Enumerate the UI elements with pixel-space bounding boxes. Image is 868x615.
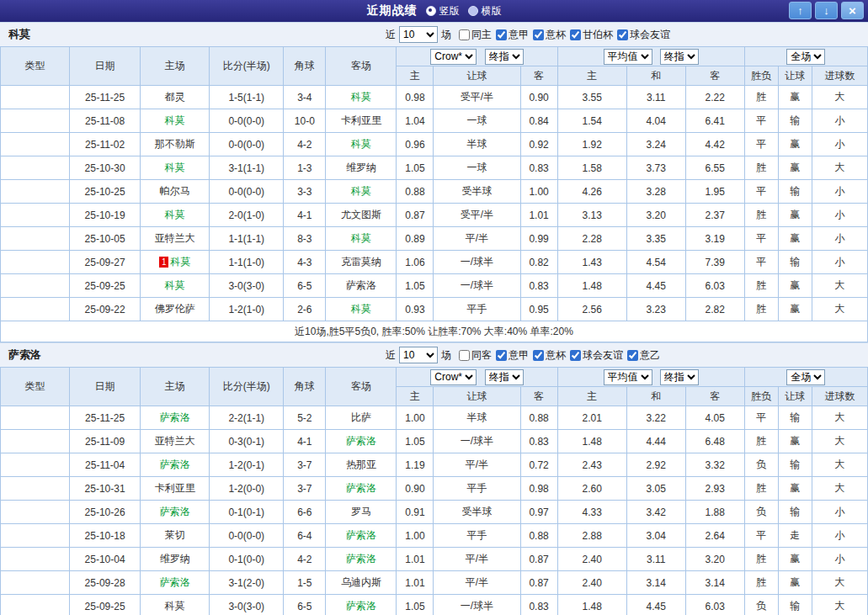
odds-source-select[interactable]: Crow* — [430, 369, 477, 385]
handicap-away-odds: 0.99 — [520, 227, 557, 251]
filter-checkbox[interactable]: 同客 — [459, 348, 492, 363]
close-button[interactable]: × — [841, 2, 864, 19]
section-header: 科莫 近 10 场 同主 意甲 意杯 甘伯杯 球会友谊 — [0, 22, 868, 46]
checkbox-input[interactable] — [627, 350, 638, 361]
handicap-away-odds: 0.87 — [520, 571, 557, 595]
handicap-home-odds: 0.96 — [397, 133, 434, 156]
away-team-name: 克雷莫纳 — [341, 256, 381, 268]
match-row: 意甲 25-10-30 科莫 3-1(1-1) 1-3 维罗纳 1.05 一球 … — [1, 156, 868, 180]
odds-time-select[interactable]: 终指 — [485, 49, 524, 65]
date-cell: 25-09-25 — [70, 274, 141, 298]
col-odds-home: 主 — [397, 387, 434, 406]
checkbox-input[interactable] — [570, 350, 581, 361]
avg-away-odds: 6.41 — [685, 109, 744, 133]
scope-select[interactable]: 全场 — [786, 369, 825, 385]
filter-checkbox[interactable]: 球会友谊 — [617, 28, 670, 42]
league-cell: 意甲 — [1, 477, 70, 501]
avg-home-odds: 2.01 — [557, 406, 626, 430]
avg-away-odds: 3.19 — [685, 227, 744, 251]
result-goals: 小 — [812, 180, 867, 204]
move-up-button[interactable]: ↑ — [789, 2, 812, 19]
home-team-cell: 都灵 — [141, 86, 210, 109]
league-cell: 意甲 — [1, 86, 70, 109]
col-avg-draw: 和 — [626, 66, 685, 86]
checkbox-input[interactable] — [533, 350, 544, 361]
handicap-home-odds: 1.04 — [397, 109, 434, 133]
checkbox-input[interactable] — [459, 29, 470, 40]
avg-away-odds: 3.20 — [685, 548, 744, 571]
filter-checkbox[interactable]: 意甲 — [496, 348, 529, 363]
filter-checkbox[interactable]: 意乙 — [627, 348, 660, 363]
home-team-cell: 卡利亚里 — [141, 477, 210, 501]
checkbox-input[interactable] — [533, 29, 544, 40]
away-team-name: 罗马 — [351, 506, 371, 517]
home-team-name: 科莫 — [165, 209, 185, 220]
checkbox-input[interactable] — [496, 350, 507, 361]
filter-checkbox[interactable]: 同主 — [459, 28, 492, 42]
avg-home-odds: 1.48 — [557, 274, 626, 298]
corner-cell: 4-1 — [284, 430, 326, 453]
home-team-name: 帕尔马 — [160, 185, 190, 197]
checkbox-input[interactable] — [459, 350, 470, 361]
away-team-name: 比萨 — [351, 411, 371, 423]
avg-source-select[interactable]: 平均值 — [604, 369, 652, 385]
avg-source-select[interactable]: 平均值 — [604, 49, 652, 65]
sections-container: 科莫 近 10 场 同主 意甲 意杯 甘伯杯 球会友谊 — [0, 22, 868, 615]
col-result-goals: 进球数 — [812, 387, 867, 406]
team-section: 科莫 近 10 场 同主 意甲 意杯 甘伯杯 球会友谊 — [0, 22, 868, 342]
corner-cell: 6-4 — [284, 524, 326, 548]
home-team-cell: 帕尔马 — [141, 180, 210, 204]
match-row: 意甲 25-10-18 莱切 0-0(0-0) 6-4 萨索洛 1.00 平手 … — [1, 524, 868, 548]
avg-time-select[interactable]: 终指 — [660, 49, 699, 65]
result-goals: 小 — [812, 548, 867, 571]
filter-checkbox[interactable]: 意杯 — [533, 348, 566, 363]
handicap-away-odds: 0.88 — [520, 524, 557, 548]
avg-away-odds: 3.32 — [685, 453, 744, 477]
handicap-home-odds: 0.88 — [397, 180, 434, 204]
radio-icon[interactable] — [426, 6, 436, 16]
layout-option-horizontal[interactable]: 横版 — [468, 4, 502, 19]
checkbox-input[interactable] — [617, 29, 628, 40]
handicap-line: 受半球 — [434, 501, 520, 524]
odds-time-select[interactable]: 终指 — [485, 369, 524, 385]
checkbox-input[interactable] — [496, 29, 507, 40]
radio-icon[interactable] — [468, 6, 478, 16]
handicap-line: 受平/半 — [434, 204, 520, 227]
away-team-cell: 科莫 — [326, 298, 397, 321]
checkbox-label: 意杯 — [546, 28, 566, 42]
score-cell: 0-1(0-1) — [210, 501, 284, 524]
recent-count-select[interactable]: 10 — [399, 26, 438, 43]
away-team-cell: 萨索洛 — [326, 595, 397, 615]
league-cell: 意甲 — [1, 524, 70, 548]
avg-draw-odds: 3.11 — [626, 86, 685, 109]
filter-checkbox[interactable]: 球会友谊 — [570, 348, 623, 363]
avg-draw-odds: 2.92 — [626, 453, 685, 477]
move-down-button[interactable]: ↓ — [815, 2, 838, 19]
avg-home-odds: 2.43 — [557, 453, 626, 477]
result-goals: 大 — [812, 298, 867, 321]
corner-cell: 6-6 — [284, 501, 326, 524]
handicap-away-odds: 0.90 — [520, 86, 557, 109]
away-team-cell: 克雷莫纳 — [326, 251, 397, 274]
result-goals: 大 — [812, 595, 867, 615]
handicap-away-odds: 0.95 — [520, 298, 557, 321]
col-avg-home: 主 — [557, 387, 626, 406]
away-team-name: 萨索洛 — [346, 529, 376, 541]
avg-home-odds: 3.13 — [557, 204, 626, 227]
date-cell: 25-09-25 — [70, 595, 141, 615]
filter-checkbox[interactable]: 意杯 — [533, 28, 566, 42]
filter-checkbox[interactable]: 甘伯杯 — [570, 28, 613, 42]
filter-checkbox[interactable]: 意甲 — [496, 28, 529, 42]
away-team-name: 科莫 — [351, 91, 371, 103]
handicap-home-odds: 0.89 — [397, 227, 434, 251]
recent-count-select[interactable]: 10 — [399, 347, 438, 363]
result-handicap: 赢 — [778, 86, 812, 109]
avg-time-select[interactable]: 终指 — [660, 369, 699, 385]
odds-source-select[interactable]: Crow* — [430, 49, 477, 65]
col-result-wdl: 胜负 — [744, 66, 778, 86]
checkbox-input[interactable] — [570, 29, 581, 40]
layout-option-vertical[interactable]: 竖版 — [426, 4, 460, 19]
scope-select[interactable]: 全场 — [786, 49, 825, 65]
result-handicap: 赢 — [778, 430, 812, 453]
away-team-name: 乌迪内斯 — [341, 576, 381, 588]
